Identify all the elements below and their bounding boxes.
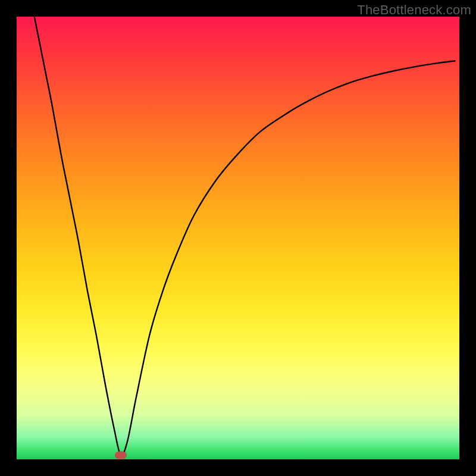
curve-svg [17, 17, 459, 459]
plot-area [17, 17, 459, 459]
chart-frame: TheBottleneck.com [0, 0, 476, 476]
data-curve [35, 17, 455, 455]
attribution-label: TheBottleneck.com [357, 2, 471, 18]
optimum-marker [115, 451, 127, 459]
